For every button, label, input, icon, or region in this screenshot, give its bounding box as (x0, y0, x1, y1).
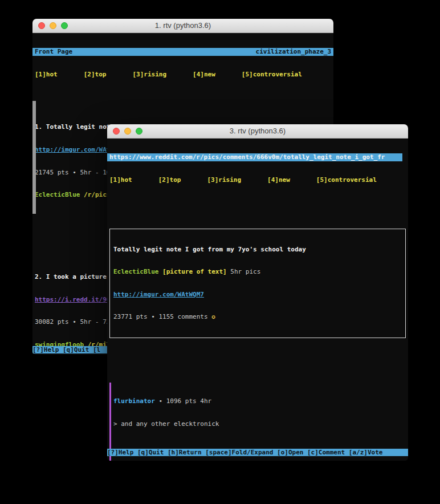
titlebar[interactable]: 1. rtv (python3.6) (32, 19, 333, 33)
submission-url-header: https://www.reddit.com/r/pics/comments/6… (107, 153, 402, 161)
status-bar: [?]Help [q]Quit [h]Return [space]Fold/Ex… (107, 449, 408, 456)
traffic-lights (38, 22, 68, 29)
submission-flair: [picture of text] (162, 268, 227, 275)
submission-box[interactable]: Totally legit note I got from my 7yo's s… (109, 229, 406, 338)
submission-author[interactable]: EclecticBlue (113, 268, 158, 275)
tab-rising[interactable]: [3]rising (207, 176, 242, 184)
submission-points: 23771 pts • 1155 comments (113, 313, 208, 320)
submission-info: 5hr pics (230, 268, 260, 275)
tab-hot[interactable]: [1]hot (109, 176, 132, 184)
sort-menu: [1]hot[2]top[3]rising[4]new[5]controvers… (109, 176, 406, 184)
sort-menu: [1]hot[2]top[3]rising[4]new[5]controvers… (35, 71, 331, 78)
page-title: Front Page (35, 48, 72, 55)
traffic-lights (113, 128, 142, 135)
post-subreddit[interactable]: /r/pics (84, 191, 110, 198)
tab-top[interactable]: [2]top (158, 176, 181, 184)
titlebar[interactable]: 3. rtv (python3.6) (107, 124, 408, 139)
zoom-button[interactable] (61, 22, 68, 29)
comment-body-line: > and any other elecktronick (113, 420, 406, 428)
vote-indicator: • (72, 318, 76, 326)
tab-new[interactable]: [4]new (193, 71, 215, 78)
gilded-icon: ✪ (211, 313, 215, 320)
tab-rising[interactable]: [3]rising (133, 71, 167, 78)
username-logged-in: civilization_phaze_3 (256, 48, 331, 55)
post-points: 21745 pts (35, 169, 69, 176)
tab-hot[interactable]: [1]hot (35, 71, 58, 78)
tab-controversial[interactable]: [5]controversial (242, 71, 302, 78)
submission-title: Totally legit note I got from my 7yo's s… (113, 246, 405, 253)
submission-link[interactable]: http://imgur.com/WAtWQM7 (113, 291, 204, 298)
minimize-button[interactable] (124, 128, 131, 135)
selection-cursor (32, 101, 36, 214)
tab-top[interactable]: [2]top (84, 71, 107, 78)
vote-indicator: • (72, 169, 76, 176)
page-header: Front Pagecivilization_phaze_3 (32, 48, 333, 55)
minimize-button[interactable] (50, 22, 56, 29)
close-button[interactable] (38, 22, 45, 29)
comment-meta: • 1096 pts 4hr (158, 397, 211, 405)
post-points: 30082 pts (35, 318, 69, 326)
close-button[interactable] (113, 128, 120, 135)
tab-controversial[interactable]: [5]controversial (316, 176, 377, 184)
terminal: https://www.reddit.com/r/pics/comments/6… (107, 139, 408, 461)
window-title: 3. rtv (python3.6) (230, 127, 286, 135)
post-author[interactable]: EclecticBlue (35, 191, 80, 198)
tab-new[interactable]: [4]new (267, 176, 290, 184)
window-title: 1. rtv (python3.6) (155, 21, 211, 30)
zoom-button[interactable] (136, 128, 142, 135)
window-comments: 3. rtv (python3.6) https://www.reddit.co… (107, 124, 408, 461)
comment-author[interactable]: flurbinator (113, 397, 155, 405)
